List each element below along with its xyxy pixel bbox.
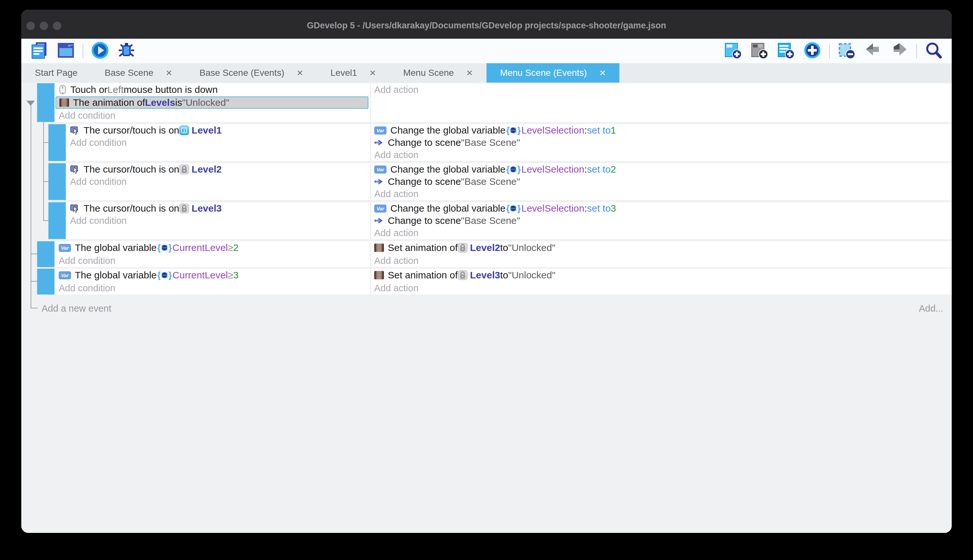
add-event-button[interactable]	[724, 42, 742, 60]
action-row[interactable]: Set animation of Level3 to "Unlocked"	[371, 269, 952, 282]
mouse-icon	[59, 85, 67, 95]
variable-link: LevelSelection	[521, 164, 584, 175]
debug-button[interactable]	[117, 42, 135, 60]
event-drag-bar[interactable]	[37, 83, 55, 122]
add-condition-link[interactable]: Add condition	[67, 215, 370, 227]
event-block: The cursor/touch is on 1 Level1 Add cond…	[48, 124, 952, 161]
tree-line	[31, 105, 31, 308]
global-variable-icon	[506, 125, 521, 135]
object-link: Level2	[470, 242, 500, 253]
minimize-button[interactable]	[40, 22, 48, 30]
condition-row[interactable]: The cursor/touch is on 1 Level1	[67, 124, 370, 137]
action-row[interactable]: Change to scene "Base Scene"	[371, 215, 952, 227]
add-condition-link[interactable]: Add condition	[67, 175, 370, 188]
object-link: Levels	[145, 97, 175, 108]
scene-editor-button[interactable]	[57, 42, 75, 60]
action-row[interactable]: Change to scene "Base Scene"	[371, 175, 952, 188]
add-action-link[interactable]: Add action	[371, 254, 952, 267]
operator-text: set to	[587, 125, 610, 136]
action-text: Set animation of	[388, 270, 458, 281]
condition-row[interactable]: Touch or Left mouse button is down	[55, 83, 370, 96]
scene-editor-icon	[57, 41, 75, 61]
value-number: 3	[233, 270, 239, 281]
add-sub-event-button[interactable]	[750, 42, 768, 60]
preview-button[interactable]	[91, 42, 109, 60]
tree-line	[31, 253, 38, 254]
action-row[interactable]: Change to scene "Base Scene"	[371, 137, 952, 149]
undo-button[interactable]	[864, 42, 882, 60]
window-title: GDevelop 5 - /Users/dkarakay/Documents/G…	[21, 10, 952, 41]
object-link: Level3	[470, 270, 500, 281]
delete-selection-button[interactable]	[838, 42, 856, 60]
project-manager-icon	[30, 41, 48, 61]
close-button[interactable]	[27, 22, 35, 30]
add-comment-button[interactable]	[777, 42, 795, 60]
animation-icon	[374, 271, 384, 279]
add-ellipsis-link[interactable]: Add...	[919, 303, 943, 314]
action-row[interactable]: Set animation of Level2 to "Unlocked"	[371, 241, 952, 254]
tab-close-icon[interactable]	[165, 69, 172, 77]
tab-base-scene-events[interactable]: Base Scene (Events)	[186, 63, 317, 83]
action-row[interactable]: Var Change the global variable LevelSele…	[371, 124, 952, 137]
event-drag-bar[interactable]	[48, 124, 66, 161]
add-condition-link[interactable]: Add condition	[55, 282, 370, 295]
tab-menu-scene[interactable]: Menu Scene	[390, 63, 486, 83]
condition-row[interactable]: Var The global variable CurrentLevel ≥ 3	[55, 269, 370, 282]
event-drag-bar[interactable]	[37, 241, 55, 267]
search-button[interactable]	[925, 42, 943, 60]
redo-button[interactable]	[890, 42, 908, 60]
event-sheet[interactable]: Touch or Left mouse button is down The a…	[21, 83, 952, 533]
event-drag-bar[interactable]	[37, 269, 55, 295]
tab-start-page[interactable]: Start Page	[21, 63, 91, 83]
action-row[interactable]: Var Change the global variable LevelSele…	[371, 163, 952, 175]
condition-row[interactable]: The cursor/touch is on Level2	[67, 163, 370, 175]
action-row[interactable]: Var Change the global variable LevelSele…	[371, 202, 952, 215]
cursor-icon	[70, 165, 80, 174]
lock-icon	[179, 165, 189, 174]
action-text: to	[500, 242, 508, 253]
add-action-link[interactable]: Add action	[371, 227, 952, 239]
global-variable-icon	[506, 203, 521, 213]
tab-close-icon[interactable]	[297, 69, 303, 77]
tab-close-icon[interactable]	[369, 69, 376, 77]
search-icon	[925, 41, 943, 61]
actions-column: Var Change the global variable LevelSele…	[370, 202, 952, 239]
toolbar-separator	[829, 43, 830, 58]
add-condition-link[interactable]: Add condition	[67, 137, 370, 149]
event-drag-bar[interactable]	[48, 163, 66, 200]
condition-row[interactable]: The cursor/touch is on Level3	[67, 202, 370, 215]
add-action-link[interactable]: Add action	[371, 83, 952, 96]
add-action-link[interactable]: Add action	[371, 149, 952, 161]
desktop-background: { "window": { "title": "GDevelop 5 - /Us…	[0, 0, 973, 560]
add-action-link[interactable]: Add action	[371, 282, 952, 295]
tab-base-scene[interactable]: Base Scene	[91, 63, 186, 83]
actions-column: Var Change the global variable LevelSele…	[370, 163, 952, 200]
variable-icon: Var	[374, 127, 387, 135]
tab-close-icon[interactable]	[599, 69, 606, 77]
delete-selection-icon	[838, 41, 856, 61]
zoom-button[interactable]	[53, 22, 61, 30]
project-manager-button[interactable]	[30, 42, 48, 60]
tree-line	[31, 308, 38, 308]
tab-label: Start Page	[35, 68, 77, 78]
tab-level1[interactable]: Level1	[317, 63, 390, 83]
condition-row-selected[interactable]: The animation of Levels is "Unlocked"	[55, 97, 368, 109]
tree-line	[43, 181, 48, 182]
add-new-event-link[interactable]: Add a new event	[42, 303, 111, 314]
level-badge-number: 1	[181, 128, 187, 133]
add-condition-link[interactable]: Add condition	[55, 109, 370, 122]
add-other-button[interactable]	[803, 42, 821, 60]
add-condition-link[interactable]: Add condition	[55, 254, 370, 267]
condition-row[interactable]: Var The global variable CurrentLevel ≥ 2	[55, 241, 370, 254]
play-icon	[91, 41, 109, 61]
tab-close-icon[interactable]	[466, 69, 473, 77]
traffic-lights	[27, 22, 61, 30]
tree-line	[43, 142, 48, 143]
add-action-link[interactable]: Add action	[371, 188, 952, 200]
conditions-column: The cursor/touch is on 1 Level1 Add cond…	[67, 124, 370, 161]
undo-arrow-icon	[864, 41, 882, 61]
value-number: 2	[611, 164, 616, 175]
tab-menu-scene-events[interactable]: Menu Scene (Events)	[486, 63, 620, 83]
event-drag-bar[interactable]	[48, 202, 66, 239]
tree-line	[43, 122, 44, 221]
